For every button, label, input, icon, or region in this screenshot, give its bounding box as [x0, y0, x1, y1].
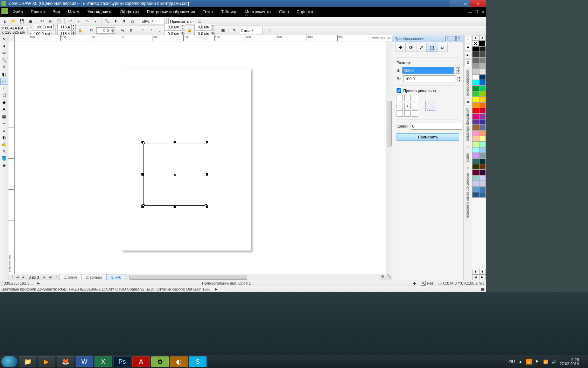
color-swatch[interactable] [472, 192, 479, 198]
page-prev-icon[interactable]: ◄ [20, 275, 26, 279]
redo-icon[interactable]: ↷ [83, 18, 91, 25]
lock-ratio-icon[interactable]: 🔒 [76, 27, 84, 34]
color-swatch[interactable] [472, 52, 479, 57]
color-swatch[interactable] [472, 46, 479, 52]
color-swatch[interactable] [479, 114, 486, 119]
close-button[interactable]: ✕ [470, 0, 486, 7]
docker-close-icon[interactable]: ✕ [456, 36, 461, 41]
color-swatch[interactable] [472, 153, 479, 158]
color-swatch[interactable] [472, 69, 479, 74]
color-swatch[interactable] [472, 125, 479, 130]
prop-rotation-input[interactable] [96, 27, 110, 34]
color-swatch[interactable] [472, 102, 479, 108]
color-swatch[interactable] [479, 125, 486, 130]
color-swatch[interactable] [479, 63, 486, 69]
freehand-tool-icon[interactable]: ✎ [0, 64, 8, 71]
import-icon[interactable]: ⬇ [112, 18, 119, 25]
ellipse-tool-icon[interactable]: ○ [0, 85, 8, 92]
docker-height-input[interactable] [403, 75, 455, 82]
prop-scale-x-input[interactable] [57, 24, 71, 30]
corner-tl-input[interactable] [164, 24, 181, 30]
strip-tab-charformat[interactable]: Форматирование символов [466, 173, 470, 218]
mirror-h-icon[interactable]: ⇋ [119, 27, 127, 34]
color-swatch[interactable] [472, 86, 479, 91]
prop-width-input[interactable] [34, 24, 54, 30]
transform-size-tab[interactable]: ⬚ [427, 43, 437, 52]
docker-collapse-icon[interactable]: » [445, 36, 450, 41]
page-add-icon[interactable]: 🗋 [9, 275, 15, 279]
docker-width-input[interactable] [402, 67, 454, 74]
apply-button[interactable]: Применить [397, 133, 459, 141]
redo-dropdown-icon[interactable]: ▾ [92, 18, 99, 25]
mirror-v-icon[interactable]: ⇵ [127, 27, 135, 34]
text-tool-icon[interactable]: A [0, 106, 8, 113]
save-icon[interactable]: 💾 [18, 18, 26, 25]
color-swatch[interactable] [479, 80, 486, 86]
color-swatch[interactable] [479, 192, 486, 198]
color-swatch[interactable] [472, 114, 479, 119]
palette-down2-icon[interactable]: ▼ [479, 269, 486, 274]
color-swatch[interactable] [479, 147, 486, 153]
color-swatch[interactable] [472, 80, 479, 86]
table-tool-icon[interactable]: ▦ [0, 113, 8, 120]
new-icon[interactable]: 🗋 [1, 18, 9, 25]
strip-close-icon[interactable]: ⊠ [464, 59, 471, 66]
menu-window[interactable]: Окно [275, 8, 292, 16]
page-tab[interactable]: 3: куб [106, 274, 126, 280]
search-icon[interactable]: 🔍 [103, 18, 111, 25]
publish-icon[interactable]: ⎙ [128, 18, 136, 25]
color-swatch[interactable] [479, 102, 486, 108]
scroll-thumb-h[interactable] [129, 275, 247, 280]
color-swatch[interactable] [472, 142, 479, 147]
menu-text[interactable]: Текст [199, 8, 217, 16]
strip-tab-transform[interactable]: Преобразование [466, 69, 470, 96]
color-swatch[interactable] [479, 86, 486, 91]
color-swatch[interactable] [479, 175, 486, 181]
color-swatch[interactable] [479, 186, 486, 192]
transform-skew-tab[interactable]: ▱ [437, 43, 448, 52]
color-swatch[interactable] [479, 130, 486, 136]
maximize-button[interactable]: ▭ [460, 0, 470, 7]
color-swatch[interactable] [479, 97, 486, 102]
color-swatch[interactable] [479, 142, 486, 147]
basic-shapes-icon[interactable]: ◆ [0, 99, 8, 106]
color-swatch[interactable] [479, 136, 486, 142]
color-swatch[interactable] [479, 74, 486, 80]
color-swatch[interactable] [479, 170, 486, 175]
palette-down1-icon[interactable]: ▼ [472, 269, 479, 274]
scrollbar-vertical[interactable] [386, 41, 392, 274]
minimize-button[interactable]: — [450, 0, 460, 7]
no-fill-swatch[interactable] [472, 41, 479, 46]
corner-round-icon[interactable]: ◜ [139, 27, 147, 34]
selection-rectangle[interactable]: × [144, 143, 206, 206]
color-swatch[interactable] [472, 181, 479, 186]
page-first-icon[interactable]: ⏮ [15, 275, 20, 279]
color-swatch[interactable] [479, 91, 486, 97]
color-swatch[interactable] [479, 52, 486, 57]
page-tab[interactable]: 2: кольца [81, 274, 107, 280]
strip-arrow-right-icon[interactable]: ► [464, 52, 471, 59]
color-swatch[interactable] [472, 63, 479, 69]
outline-width-combo[interactable]: 2 пкс▼ [239, 27, 263, 34]
canvas[interactable]: × [15, 41, 386, 274]
pick-tool-icon[interactable]: ↖ [0, 36, 8, 43]
ruler-vertical[interactable]: миллиметры 300250200150100500 [8, 41, 15, 274]
menu-file[interactable]: Файл [9, 8, 27, 16]
color-swatch[interactable] [479, 158, 486, 164]
color-swatch[interactable] [479, 46, 486, 52]
ruler-horizontal[interactable]: миллиметры 15010050050100150200250300350 [15, 35, 392, 41]
color-swatch[interactable] [479, 69, 486, 74]
shape-tool-icon[interactable]: ✦ [0, 43, 8, 50]
menu-effects[interactable]: Эффекты [117, 8, 143, 16]
docker-minimize-icon[interactable]: ▭ [451, 36, 456, 41]
palette-up1-icon[interactable]: ▲ [472, 35, 479, 41]
menu-help[interactable]: Справка [293, 8, 316, 16]
page-add-after-icon[interactable]: 🗋 [53, 275, 59, 279]
fill-tool-icon[interactable]: 🪣 [0, 155, 8, 162]
transform-rotate-tab[interactable]: ⟳ [406, 43, 416, 52]
color-swatch[interactable] [472, 186, 479, 192]
connector-tool-icon[interactable]: ▵ [0, 127, 8, 134]
page-last-icon[interactable]: ⏭ [48, 275, 53, 279]
menu-table[interactable]: Таблица [218, 8, 241, 16]
color-swatch[interactable] [472, 170, 479, 175]
